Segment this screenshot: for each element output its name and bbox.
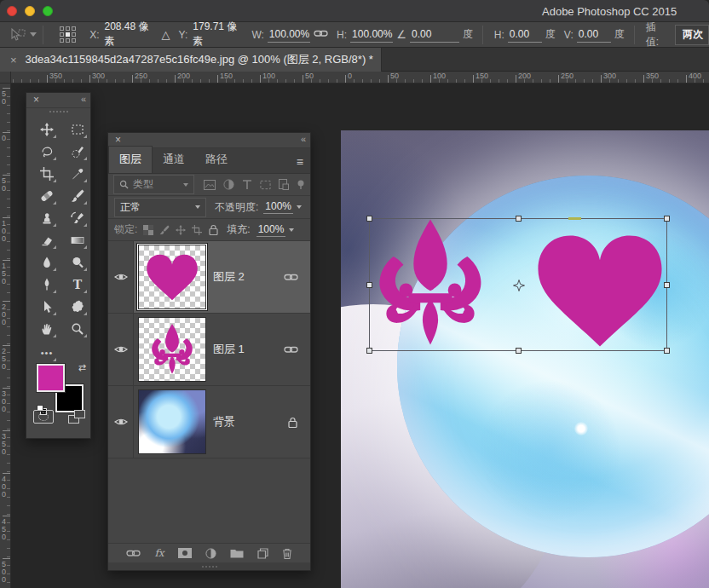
tab-close-icon[interactable]: × [10,54,17,66]
delta-icon[interactable]: △ [162,28,170,41]
opacity-dropdown[interactable]: 100% [263,200,302,214]
tool-gradient[interactable] [67,231,88,250]
layer-thumbnail-heart[interactable] [138,245,206,309]
skew-h-field[interactable]: 0.00 [508,27,542,43]
visibility-eye-icon[interactable] [114,272,128,282]
tools-panel-collapse-icon[interactable]: « [81,94,85,104]
tool-dodge[interactable] [67,253,88,272]
handle-top-right[interactable] [664,216,670,222]
lock-all-icon[interactable] [208,224,219,235]
tool-zoom[interactable] [67,320,88,338]
handle-bottom-left[interactable] [366,348,372,354]
layer-name[interactable]: 图层 2 [213,269,245,285]
filter-type-layers-icon[interactable] [242,180,252,190]
layer-row-layer2[interactable]: 图层 2 [108,241,310,314]
x-position-field[interactable]: 208.48 像素 [103,19,159,51]
rotation-field[interactable]: 0.00 [410,27,459,43]
transform-bounding-box[interactable] [369,218,667,351]
visibility-eye-icon[interactable] [114,344,128,355]
transform-reference-point[interactable] [513,280,525,291]
lock-pixels-icon[interactable] [159,225,170,235]
tool-lasso[interactable] [37,142,57,161]
lock-position-icon[interactable] [176,225,186,235]
layer-thumbnail-background[interactable] [138,389,206,454]
zoom-window-button[interactable] [43,6,53,16]
document-title: 3dea34c1159845d2a47287e5c16fc49e.jpg @ 1… [26,52,373,67]
canvas-image[interactable] [341,130,709,588]
tool-type[interactable]: T [67,275,88,294]
swap-colors-icon[interactable]: ⇄ [78,362,86,373]
link-layers-button[interactable] [126,548,141,559]
new-group-button[interactable] [230,548,244,558]
filter-shape-layers-icon[interactable] [260,180,271,190]
screen-mode-button[interactable] [68,410,85,424]
document-tab[interactable]: × 3dea34c1159845d2a47287e5c16fc49e.jpg @… [0,48,382,72]
layer-thumbnail-fleur[interactable] [138,317,206,382]
delete-layer-button[interactable] [282,548,292,559]
fill-dropdown[interactable]: 100% [257,223,295,237]
tab-channels[interactable]: 通道 [153,147,195,173]
handle-middle-left[interactable] [366,282,372,288]
y-position-field[interactable]: 179.71 像素 [191,19,246,51]
tool-spot-healing[interactable] [37,187,57,205]
foreground-color-swatch[interactable] [37,364,65,392]
close-window-button[interactable] [7,6,17,16]
tool-move[interactable] [37,120,57,139]
filter-smart-objects-icon[interactable] [279,179,289,190]
tool-marquee[interactable] [67,120,88,139]
handle-bottom-right[interactable] [664,348,670,354]
tool-crop[interactable] [37,164,57,183]
tool-pen[interactable] [37,275,57,294]
tool-brush[interactable] [67,187,88,205]
add-mask-button[interactable] [178,548,192,558]
tools-panel-close-icon[interactable]: × [33,94,39,106]
tool-path-select[interactable] [37,297,57,316]
handle-middle-right[interactable] [664,282,670,288]
tool-hand[interactable] [37,320,57,338]
handle-top-left[interactable] [366,216,372,222]
layers-panel-collapse-icon[interactable]: « [301,134,305,144]
panel-menu-icon[interactable]: ≡ [297,155,303,169]
lock-transparent-icon[interactable] [143,225,153,235]
tool-eyedropper[interactable] [67,164,88,183]
width-field[interactable]: 100.00% [268,27,310,43]
layer-row-layer1[interactable]: 图层 1 [108,314,310,386]
vertical-ruler[interactable]: 50050100150200250300350400450500 [0,84,11,588]
tool-preset-chevron-icon[interactable] [30,32,37,37]
filter-pixel-layers-icon[interactable] [204,180,216,190]
new-layer-button[interactable] [257,548,268,559]
handle-top-center[interactable] [516,216,522,222]
quick-mask-button[interactable] [33,410,54,424]
layer-style-button[interactable]: fx [154,547,164,559]
height-field[interactable]: 100.00% [350,27,393,43]
link-dimensions-icon[interactable] [314,28,328,42]
tool-custom-shape[interactable] [67,297,88,316]
filter-type-dropdown[interactable]: 类型 [113,175,194,194]
blend-mode-dropdown[interactable]: 正常 [114,198,206,217]
adjustment-layer-button[interactable] [205,548,216,559]
layer-name[interactable]: 背景 [213,414,235,429]
tool-eraser[interactable] [37,231,57,250]
filter-adjustment-layers-icon[interactable] [223,179,234,190]
tool-blur[interactable] [37,253,57,272]
height-label: H: [337,29,347,41]
tool-history-brush[interactable] [67,209,88,228]
filter-toggle-icon[interactable] [297,180,305,190]
tool-clone-stamp[interactable] [37,209,57,228]
visibility-eye-icon[interactable] [114,417,128,427]
tool-more-tools[interactable]: ••• [37,343,57,362]
layers-panel-close-icon[interactable]: × [115,134,121,146]
minimize-window-button[interactable] [25,6,35,16]
tab-layers[interactable]: 图层 [108,146,153,173]
reference-point-locator[interactable] [60,26,76,43]
layer-name[interactable]: 图层 1 [213,342,245,357]
lock-artboard-icon[interactable] [192,225,202,235]
interpolation-dropdown[interactable]: 两次 [675,25,709,45]
tool-quick-select[interactable] [67,142,88,161]
tab-paths[interactable]: 路径 [195,147,238,173]
layer-row-background[interactable]: 背景 [108,386,310,458]
horizontal-ruler[interactable]: 3503002502001501005005010015020025030035… [11,72,709,84]
skew-v-field[interactable]: 0.00 [577,27,611,43]
move-tool-preset-icon[interactable] [9,27,26,43]
handle-bottom-center[interactable] [516,348,522,354]
